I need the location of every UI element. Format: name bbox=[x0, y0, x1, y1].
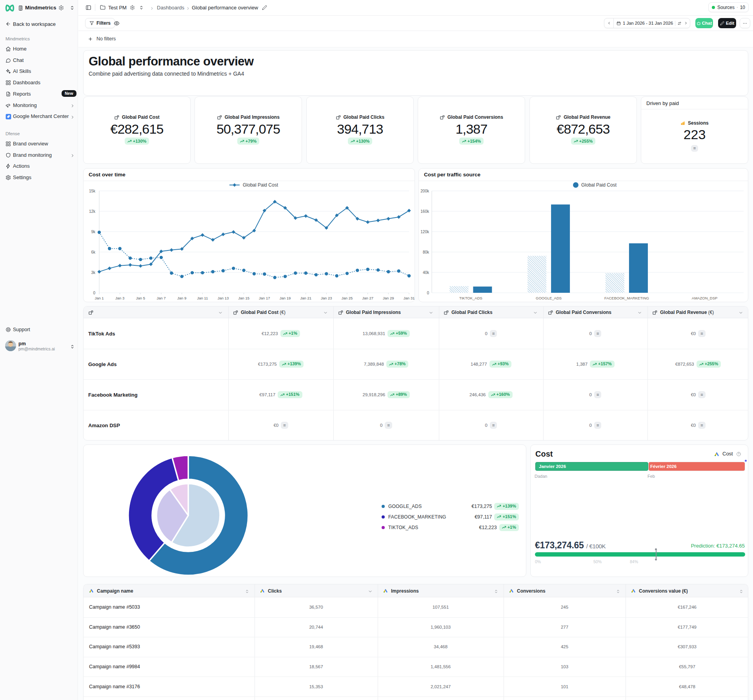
svg-text:Jan 13: Jan 13 bbox=[218, 296, 229, 300]
svg-text:Jan 7: Jan 7 bbox=[156, 296, 166, 300]
svg-text:160k: 160k bbox=[420, 209, 429, 214]
svg-text:3k: 3k bbox=[91, 270, 96, 275]
svg-text:0: 0 bbox=[427, 291, 429, 295]
svg-text:Jan 25: Jan 25 bbox=[342, 296, 353, 300]
svg-text:Global Paid Cost: Global Paid Cost bbox=[581, 182, 617, 188]
svg-text:15k: 15k bbox=[89, 189, 96, 193]
svg-text:Jan 31: Jan 31 bbox=[404, 296, 415, 300]
svg-text:Jan 21: Jan 21 bbox=[300, 296, 311, 300]
svg-text:80k: 80k bbox=[423, 250, 429, 254]
svg-text:Jan 1: Jan 1 bbox=[95, 296, 104, 300]
svg-text:0: 0 bbox=[93, 291, 95, 295]
svg-text:Jan 17: Jan 17 bbox=[259, 296, 270, 300]
svg-text:6k: 6k bbox=[91, 250, 96, 254]
svg-text:AMAZON_DSP: AMAZON_DSP bbox=[692, 296, 717, 300]
svg-text:Jan 5: Jan 5 bbox=[136, 296, 145, 300]
svg-text:9k: 9k bbox=[91, 230, 96, 234]
svg-text:40k: 40k bbox=[423, 270, 429, 275]
svg-text:120k: 120k bbox=[420, 230, 429, 234]
svg-text:Jan 15: Jan 15 bbox=[238, 296, 249, 300]
svg-text:200k: 200k bbox=[420, 189, 429, 193]
svg-text:Jan 19: Jan 19 bbox=[280, 296, 291, 300]
svg-text:Jan 27: Jan 27 bbox=[362, 296, 373, 300]
svg-text:TIKTOK_ADS: TIKTOK_ADS bbox=[459, 296, 482, 300]
svg-text:FACEBOOK_MARKETING: FACEBOOK_MARKETING bbox=[604, 296, 649, 300]
svg-text:Jan 9: Jan 9 bbox=[177, 296, 186, 300]
svg-text:GOOGLE_ADS: GOOGLE_ADS bbox=[536, 296, 562, 300]
svg-text:Jan 11: Jan 11 bbox=[197, 296, 208, 300]
svg-text:Jan 3: Jan 3 bbox=[115, 296, 124, 300]
svg-text:Jan 29: Jan 29 bbox=[383, 296, 394, 300]
svg-text:Jan 23: Jan 23 bbox=[321, 296, 332, 300]
svg-text:Global Paid Cost: Global Paid Cost bbox=[243, 182, 278, 188]
svg-text:12k: 12k bbox=[89, 209, 96, 214]
